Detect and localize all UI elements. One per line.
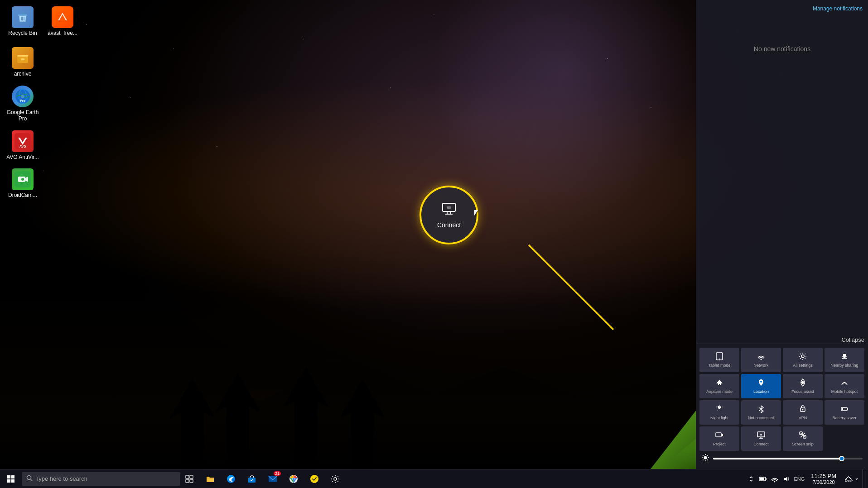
tile-network[interactable]: Network	[741, 348, 781, 372]
svg-rect-35	[447, 206, 451, 209]
taskbar-settings[interactable]	[325, 469, 345, 488]
mail-badge: 21	[274, 471, 281, 476]
nearby-sharing-icon	[840, 352, 849, 362]
svg-rect-40	[11, 479, 14, 483]
date-display: 7/30/2020	[813, 479, 835, 485]
tile-mobile-hotspot[interactable]: Mobile hotspot	[825, 374, 864, 398]
manage-notifications-link[interactable]: Manage notifications	[813, 5, 863, 12]
taskbar-file-explorer[interactable]	[200, 469, 220, 488]
connect-popup-icon	[442, 202, 456, 220]
systray-expand[interactable]	[746, 469, 757, 488]
svg-rect-43	[190, 475, 193, 478]
start-button[interactable]	[0, 469, 22, 488]
tile-vpn[interactable]: VPN	[783, 400, 823, 425]
taskbar-mail[interactable]: 21	[263, 469, 283, 488]
connect-label: Connect	[753, 442, 769, 446]
quick-actions-grid: Tablet mode Network All settings Nearby …	[699, 348, 864, 451]
tile-focus-assist[interactable]: Focus assist	[783, 374, 823, 398]
svg-rect-39	[7, 479, 10, 483]
svg-rect-37	[7, 475, 10, 478]
focus-assist-label: Focus assist	[791, 389, 814, 394]
avg-icon: AVG	[12, 130, 34, 152]
taskbar-norton[interactable]	[304, 469, 324, 488]
location-label: Location	[753, 389, 769, 394]
taskbar-store[interactable]	[242, 469, 262, 488]
taskbar-chrome[interactable]	[284, 469, 304, 488]
task-view-button[interactable]	[180, 469, 198, 488]
taskbar-edge[interactable]	[221, 469, 241, 488]
svg-rect-56	[766, 478, 767, 480]
svg-rect-44	[186, 479, 189, 483]
svg-rect-3	[17, 55, 28, 57]
systray-battery[interactable]	[757, 469, 768, 488]
svg-point-33	[704, 456, 707, 459]
taskbar: Type here to search	[0, 469, 868, 488]
svg-point-58	[774, 481, 776, 482]
network-label: Network	[753, 363, 768, 368]
taskbar-search[interactable]: Type here to search	[22, 472, 180, 486]
tile-airplane-mode[interactable]: Airplane mode	[699, 374, 739, 398]
bluetooth-icon	[757, 405, 765, 415]
connect-popup-label: Connect	[437, 221, 461, 229]
svg-point-21	[801, 381, 804, 384]
tile-night-light[interactable]: Night light	[699, 400, 739, 425]
tile-tablet-mode[interactable]: Tablet mode	[699, 348, 739, 372]
focus-assist-icon	[799, 378, 807, 388]
desktop-icon-recycle-bin[interactable]: Recycle Bin	[5, 5, 41, 38]
desktop-icon-archive[interactable]: archive	[5, 45, 41, 79]
systray-network[interactable]	[769, 469, 780, 488]
svg-point-41	[27, 475, 31, 479]
taskbar-clock[interactable]: 11:25 PM 7/30/2020	[806, 469, 841, 488]
tile-battery-saver[interactable]: Battery saver	[825, 400, 864, 425]
tablet-mode-icon	[715, 352, 723, 362]
screen-snip-icon	[799, 431, 807, 441]
night-light-icon	[715, 405, 723, 415]
airplane-mode-icon	[715, 378, 723, 388]
svg-text:Pro: Pro	[20, 99, 25, 102]
recycle-bin-label: Recycle Bin	[8, 30, 37, 36]
brightness-track[interactable]	[713, 458, 863, 459]
svg-point-19	[801, 355, 804, 358]
tile-project[interactable]: Project	[699, 426, 739, 451]
collapse-button[interactable]: Collapse	[841, 336, 864, 343]
network-icon	[757, 352, 765, 362]
vpn-label: VPN	[799, 416, 807, 420]
tile-connect[interactable]: Connect	[741, 426, 781, 451]
systray-language[interactable]: ENG	[793, 469, 805, 488]
collapse-label: Collapse	[841, 336, 864, 343]
settings-icon	[799, 352, 807, 362]
svg-point-52	[293, 478, 295, 480]
time-display: 11:25 PM	[811, 473, 836, 479]
tile-all-settings[interactable]: All settings	[783, 348, 823, 372]
tree-silhouettes	[159, 356, 385, 469]
systray-volume[interactable]	[781, 469, 792, 488]
tile-location[interactable]: Location	[741, 374, 781, 398]
tile-screen-snip[interactable]: Screen snip	[783, 426, 823, 451]
desktop-icon-avast[interactable]: avast_free...	[44, 5, 81, 38]
show-desktop-area[interactable]: Desktop	[842, 469, 862, 488]
svg-rect-26	[847, 408, 848, 410]
desktop-icon-avg[interactable]: AVG AVG AntiVir...	[5, 129, 41, 162]
tile-empty	[825, 426, 864, 451]
desktop-icon-droidcam[interactable]: DroidCam...	[5, 167, 41, 200]
project-label: Project	[713, 442, 726, 446]
desktop-icon-google-earth[interactable]: Pro Google Earth Pro	[5, 84, 41, 124]
svg-rect-0	[18, 14, 27, 16]
tile-nearby-sharing[interactable]: Nearby sharing	[825, 348, 864, 372]
svg-rect-38	[11, 475, 14, 478]
connect-icon	[757, 431, 765, 441]
tile-not-connected[interactable]: Not connected	[741, 400, 781, 425]
project-icon	[715, 431, 723, 441]
droidcam-icon	[12, 168, 34, 190]
night-light-label: Night light	[710, 416, 728, 420]
svg-rect-45	[190, 479, 193, 483]
desktop-button[interactable]	[863, 469, 866, 488]
google-earth-icon: Pro	[12, 86, 34, 107]
svg-text:AVG: AVG	[19, 145, 26, 148]
brightness-fill	[713, 458, 840, 459]
location-icon	[757, 378, 765, 388]
svg-point-24	[802, 409, 804, 411]
svg-rect-42	[186, 475, 189, 478]
nearby-sharing-label: Nearby sharing	[830, 363, 858, 368]
no-notifications-text: No new notifications	[696, 36, 868, 62]
